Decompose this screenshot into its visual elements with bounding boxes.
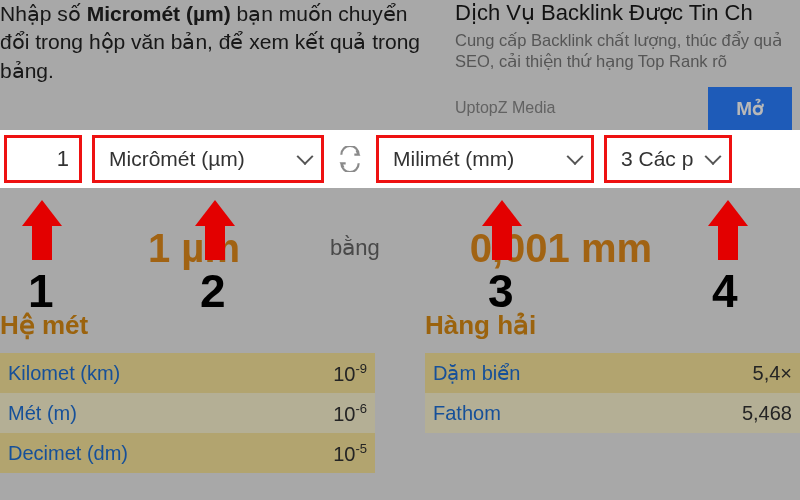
annotation-number-1: 1 — [28, 264, 54, 318]
annotation-arrow-3 — [482, 200, 522, 260]
unit-link[interactable]: Decimet (dm) — [8, 442, 128, 465]
intro-post1: bạn muốn chuyển — [231, 2, 408, 25]
result-equals-word: bằng — [330, 235, 380, 261]
unit-value: 10-5 — [333, 441, 367, 466]
unit-link[interactable]: Fathom — [433, 402, 501, 425]
unit-link[interactable]: Kilomet (km) — [8, 362, 120, 385]
amount-input[interactable]: 1 — [4, 135, 82, 183]
nautical-column: Hàng hải Dặm biển 5,4× Fathom 5,468 — [425, 310, 800, 473]
precision-select[interactable]: 3 Các p — [604, 135, 732, 183]
table-row: Mét (m) 10-6 — [0, 393, 375, 433]
chevron-down-icon — [705, 148, 722, 165]
from-unit-select[interactable]: Micrômét (µm) — [92, 135, 324, 183]
metric-title: Hệ mét — [0, 310, 375, 341]
intro-text: Nhập số Micromét (µm) bạn muốn chuyển đổ… — [0, 0, 445, 120]
swap-button[interactable] — [334, 143, 366, 175]
intro-line3: bảng. — [0, 59, 54, 82]
ad-description: Cung cấp Backlink chất lượng, thúc đẩy q… — [455, 30, 792, 73]
ad-title: Dịch Vụ Backlink Được Tin Ch — [455, 0, 792, 26]
swap-icon — [337, 146, 363, 172]
table-row: Dặm biển 5,4× — [425, 353, 800, 393]
ad-brand: UptopZ Media — [455, 99, 556, 117]
ad-bottom-row: UptopZ Media Mở — [455, 87, 792, 130]
precision-label: 3 Các p — [621, 147, 693, 171]
unit-link[interactable]: Dặm biển — [433, 361, 520, 385]
chevron-down-icon — [567, 148, 584, 165]
annotation-number-2: 2 — [200, 264, 226, 318]
chevron-down-icon — [297, 148, 314, 165]
ad-card: Dịch Vụ Backlink Được Tin Ch Cung cấp Ba… — [445, 0, 800, 120]
intro-pre: Nhập số — [0, 2, 87, 25]
annotation-number-4: 4 — [712, 264, 738, 318]
unit-link[interactable]: Mét (m) — [8, 402, 77, 425]
unit-value: 5,4× — [753, 362, 792, 385]
converter-bar: 1 Micrômét (µm) Milimét (mm) 3 Các p — [0, 130, 800, 188]
from-unit-label: Micrômét (µm) — [109, 147, 245, 171]
unit-value: 10-6 — [333, 401, 367, 426]
top-region: Nhập số Micromét (µm) bạn muốn chuyển đổ… — [0, 0, 800, 120]
result-row: 1 µm bằng 0,001 mm — [0, 218, 800, 278]
table-row: Fathom 5,468 — [425, 393, 800, 433]
intro-line2: đổi trong hộp văn bản, để xem kết quả tr… — [0, 30, 420, 53]
intro-bold: Micromét (µm) — [87, 2, 231, 25]
ad-open-button[interactable]: Mở — [708, 87, 792, 130]
to-unit-label: Milimét (mm) — [393, 147, 514, 171]
tables-row: Hệ mét Kilomet (km) 10-9 Mét (m) 10-6 De… — [0, 310, 800, 473]
unit-value: 5,468 — [742, 402, 792, 425]
metric-column: Hệ mét Kilomet (km) 10-9 Mét (m) 10-6 De… — [0, 310, 375, 473]
to-unit-select[interactable]: Milimét (mm) — [376, 135, 594, 183]
table-row: Kilomet (km) 10-9 — [0, 353, 375, 393]
unit-value: 10-9 — [333, 361, 367, 386]
table-row: Decimet (dm) 10-5 — [0, 433, 375, 473]
annotation-arrow-1 — [22, 200, 62, 260]
annotation-number-3: 3 — [488, 264, 514, 318]
annotation-arrow-2 — [195, 200, 235, 260]
nautical-title: Hàng hải — [425, 310, 800, 341]
annotation-arrow-4 — [708, 200, 748, 260]
